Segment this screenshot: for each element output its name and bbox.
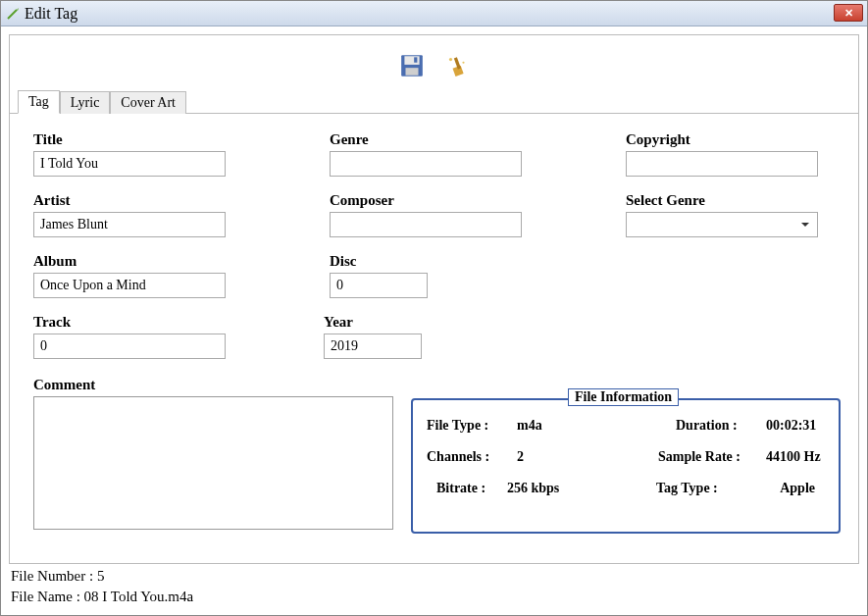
- tab-tag[interactable]: Tag: [18, 90, 60, 114]
- status-file-name: File Name : 08 I Told You.m4a: [11, 587, 859, 607]
- fi-filetype-value: m4a: [517, 418, 576, 434]
- content-area: Tag Lyric Cover Art Title Genre Copyrigh…: [1, 26, 867, 615]
- label-genre: Genre: [330, 131, 536, 148]
- field-disc: Disc: [330, 253, 536, 298]
- field-copyright: Copyright: [626, 131, 832, 177]
- status-bar: File Number : 5 File Name : 08 I Told Yo…: [9, 564, 859, 607]
- app-icon: [5, 6, 21, 22]
- form-area: Title Genre Copyright Artist: [10, 114, 858, 563]
- window-title: Edit Tag: [25, 5, 77, 23]
- svg-rect-5: [414, 57, 417, 62]
- fi-channels-label: Channels :: [427, 449, 505, 465]
- status-file-number: File Number : 5: [11, 566, 859, 587]
- field-genre: Genre: [330, 131, 536, 177]
- input-composer[interactable]: [330, 212, 522, 237]
- file-info-legend: File Information: [568, 388, 679, 406]
- field-track: Track: [33, 314, 239, 359]
- field-year: Year: [324, 314, 536, 359]
- fi-bitrate-value: 256 kbps: [507, 481, 566, 496]
- input-title[interactable]: [33, 151, 226, 177]
- svg-rect-4: [405, 68, 418, 76]
- label-album: Album: [33, 253, 239, 270]
- inner-panel: Tag Lyric Cover Art Title Genre Copyrigh…: [9, 34, 859, 564]
- input-track[interactable]: [33, 334, 226, 359]
- fi-filetype-label: File Type :: [427, 418, 505, 434]
- input-album[interactable]: [33, 273, 226, 298]
- label-copyright: Copyright: [626, 131, 832, 148]
- fi-bitrate-label: Bitrate :: [436, 481, 495, 496]
- tab-lyric[interactable]: Lyric: [60, 91, 111, 114]
- input-year[interactable]: [324, 334, 422, 359]
- fi-duration-value: 00:02:31: [766, 418, 825, 434]
- tab-cover-art[interactable]: Cover Art: [110, 91, 186, 114]
- close-button[interactable]: ✕: [834, 4, 863, 22]
- label-title: Title: [33, 131, 239, 148]
- svg-rect-7: [453, 57, 460, 69]
- input-comment[interactable]: [33, 396, 393, 530]
- label-composer: Composer: [330, 192, 536, 209]
- input-copyright[interactable]: [626, 151, 818, 177]
- file-info-panel: File Information File Type : m4a Duratio…: [411, 398, 841, 534]
- label-disc: Disc: [330, 253, 536, 270]
- label-track: Track: [33, 314, 239, 331]
- svg-point-8: [448, 58, 451, 61]
- field-album: Album: [33, 253, 239, 298]
- field-select-genre: Select Genre: [626, 192, 832, 237]
- fi-duration-label: Duration :: [676, 418, 754, 434]
- tabs-row: Tag Lyric Cover Art: [10, 90, 858, 114]
- label-comment: Comment: [33, 377, 393, 393]
- fi-tagtype-label: Tag Type :: [656, 481, 735, 496]
- titlebar: Edit Tag ✕: [1, 1, 867, 26]
- input-artist[interactable]: [33, 212, 226, 237]
- close-icon: ✕: [844, 7, 853, 20]
- clear-icon[interactable]: [444, 53, 470, 78]
- label-select-genre: Select Genre: [626, 192, 832, 209]
- fi-tagtype-value: Apple: [746, 481, 815, 496]
- save-icon[interactable]: [399, 53, 425, 78]
- input-disc[interactable]: [330, 273, 428, 298]
- select-genre[interactable]: [626, 212, 818, 237]
- field-composer: Composer: [330, 192, 536, 237]
- field-artist: Artist: [33, 192, 239, 237]
- label-artist: Artist: [33, 192, 239, 209]
- field-title: Title: [33, 131, 239, 177]
- edit-tag-window: Edit Tag ✕: [0, 0, 868, 616]
- label-year: Year: [324, 314, 536, 331]
- input-genre[interactable]: [330, 151, 522, 177]
- fi-channels-value: 2: [517, 449, 576, 465]
- svg-point-9: [462, 62, 464, 64]
- svg-line-0: [8, 10, 17, 19]
- toolbar: [10, 35, 858, 90]
- fi-samplerate-value: 44100 Hz: [766, 449, 825, 465]
- field-comment: Comment: [33, 377, 393, 534]
- fi-samplerate-label: Sample Rate :: [658, 449, 754, 465]
- chevron-down-icon: [801, 223, 809, 227]
